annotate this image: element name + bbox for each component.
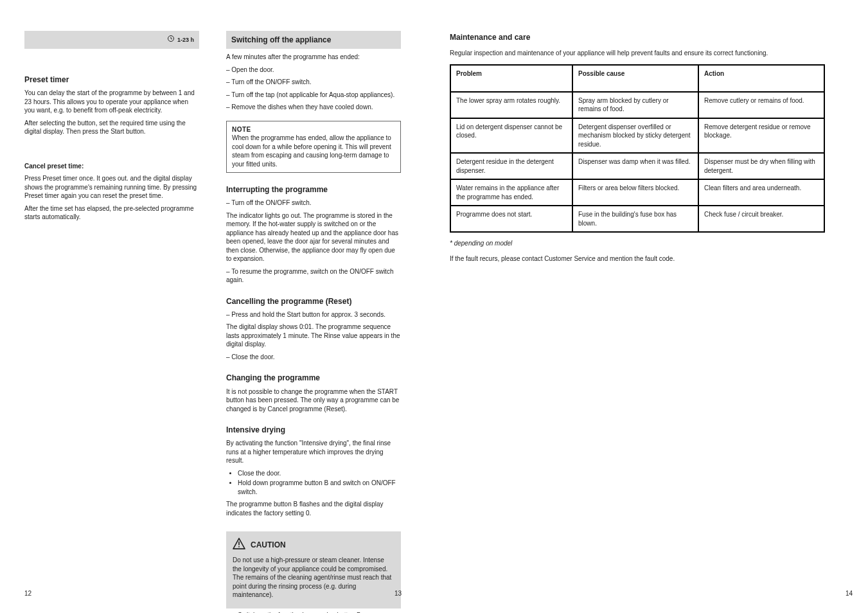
warning-icon bbox=[233, 538, 245, 552]
p2-sec2-step1: – Turn off the ON/OFF switch. bbox=[226, 199, 401, 208]
table-row: The lower spray arm rotates roughly. Spr… bbox=[450, 92, 824, 118]
p3-intro: Regular inspection and maintenance of yo… bbox=[450, 49, 825, 58]
svg-rect-1 bbox=[238, 542, 240, 546]
note-body: When the programme has ended, allow the … bbox=[232, 134, 395, 168]
p1-para1: You can delay the start of the programme… bbox=[24, 89, 199, 115]
page2-number: 13 bbox=[394, 589, 402, 598]
cell: Lid on detergent dispenser cannot be clo… bbox=[450, 118, 572, 154]
table-row: Detergent residue in the detergent dispe… bbox=[450, 153, 824, 179]
table-header-row: Problem Possible cause Action bbox=[450, 65, 824, 92]
p2-step4: – Remove the dishes when they have coole… bbox=[226, 103, 401, 112]
page-2-column: Switching off the appliance A few minute… bbox=[226, 31, 401, 613]
table-row: Lid on detergent dispenser cannot be clo… bbox=[450, 118, 824, 154]
section-title-interrupt: Interrupting the programme bbox=[226, 184, 401, 195]
cell: Dispenser must be dry when filling with … bbox=[698, 153, 824, 179]
p2-sec5-item1: Close the door. bbox=[238, 469, 401, 478]
note-title: NOTE bbox=[232, 125, 395, 134]
footnote-para: If the fault recurs, please contact Cust… bbox=[450, 254, 825, 263]
page2-header: Switching off the appliance bbox=[226, 31, 401, 49]
cell: Spray arm blocked by cutlery or remains … bbox=[572, 92, 698, 118]
p1-para4: After the time set has elapsed, the pre-… bbox=[24, 204, 199, 222]
p2-sec3-para: The digital display shows 0:01. The prog… bbox=[226, 323, 401, 349]
cell: Check fuse / circuit breaker. bbox=[698, 206, 824, 232]
p2-step1: – Open the door. bbox=[226, 66, 401, 75]
cell: Detergent dispenser overfilled or mechan… bbox=[572, 118, 698, 154]
page-3-column: Maintenance and care Regular inspection … bbox=[450, 32, 825, 269]
p1-para3: Press Preset timer once. It goes out. an… bbox=[24, 174, 199, 200]
p2-sub1: A few minutes after the programme has en… bbox=[226, 53, 401, 62]
caution-box: CAUTION Do not use a high-pressure or st… bbox=[226, 531, 401, 609]
p2-sec3-step2: – Close the door. bbox=[226, 353, 401, 362]
cell: Fuse in the building's fuse box has blow… bbox=[572, 206, 698, 232]
note-box: NOTE When the programme has ended, allow… bbox=[226, 121, 401, 173]
cell: Dispenser was damp when it was filled. bbox=[572, 153, 698, 179]
cell: Detergent residue in the detergent dispe… bbox=[450, 153, 572, 179]
p2-sec3-step1: – Press and hold the Start button for ap… bbox=[226, 310, 401, 319]
p2-sec2-para: The indicator lights go out. The program… bbox=[226, 211, 401, 263]
p1-cancel-title: Cancel preset time: bbox=[24, 163, 84, 170]
section-title-drying: Intensive drying bbox=[226, 425, 401, 435]
svg-rect-2 bbox=[238, 546, 240, 547]
troubleshooting-table: Problem Possible cause Action The lower … bbox=[450, 64, 825, 233]
footnote-italic: * depending on model bbox=[450, 240, 512, 247]
cell: Remove detergent residue or remove block… bbox=[698, 118, 824, 154]
section-title-preset-timer: Preset timer bbox=[24, 75, 199, 85]
page3-number: 14 bbox=[846, 589, 853, 598]
p2-sec4-para: It is not possible to change the program… bbox=[226, 387, 401, 414]
caution-title: CAUTION bbox=[251, 540, 286, 550]
th-action: Action bbox=[698, 65, 824, 92]
p2-sec2-step2: – To resume the programme, switch on the… bbox=[226, 267, 401, 285]
table-row: Water remains in the appliance after the… bbox=[450, 179, 824, 206]
p2-sec6-para: The programme button B flashes and the d… bbox=[226, 500, 401, 517]
clock-label: 1-23 h bbox=[167, 35, 194, 44]
p2-sec5-item2: Hold down programme button B and switch … bbox=[238, 479, 401, 496]
clock-text: 1-23 h bbox=[177, 36, 194, 44]
p1-para2: After selecting the button, set the requ… bbox=[24, 119, 199, 136]
cell: Filters or area below filters blocked. bbox=[572, 179, 698, 206]
page-1-column: 1-23 h Preset timer You can delay the st… bbox=[24, 31, 199, 226]
section-title-cancel: Cancelling the programme (Reset) bbox=[226, 296, 401, 306]
cell: Remove cutlery or remains of food. bbox=[698, 92, 824, 118]
th-cause: Possible cause bbox=[572, 65, 698, 92]
p2-step2: – Turn off the ON/OFF switch. bbox=[226, 78, 401, 87]
section-title-change: Changing the programme bbox=[226, 373, 401, 383]
th-problem: Problem bbox=[450, 65, 572, 92]
p2-sec5-para: By activating the function "Intensive dr… bbox=[226, 439, 401, 465]
cell: The lower spray arm rotates roughly. bbox=[450, 92, 572, 118]
caution-body: Do not use a high-pressure or steam clea… bbox=[233, 556, 394, 600]
clock-icon bbox=[167, 35, 175, 44]
table-row: Programme does not start. Fuse in the bu… bbox=[450, 206, 824, 232]
cell: Clean filters and area underneath. bbox=[698, 179, 824, 206]
cell: Programme does not start. bbox=[450, 206, 572, 232]
p2-step3: – Turn off the tap (not applicable for A… bbox=[226, 91, 401, 100]
cell: Water remains in the appliance after the… bbox=[450, 179, 572, 206]
section-title-maintenance: Maintenance and care bbox=[450, 32, 825, 42]
page1-header-bar: 1-23 h bbox=[24, 31, 199, 49]
page1-number: 12 bbox=[24, 589, 31, 598]
